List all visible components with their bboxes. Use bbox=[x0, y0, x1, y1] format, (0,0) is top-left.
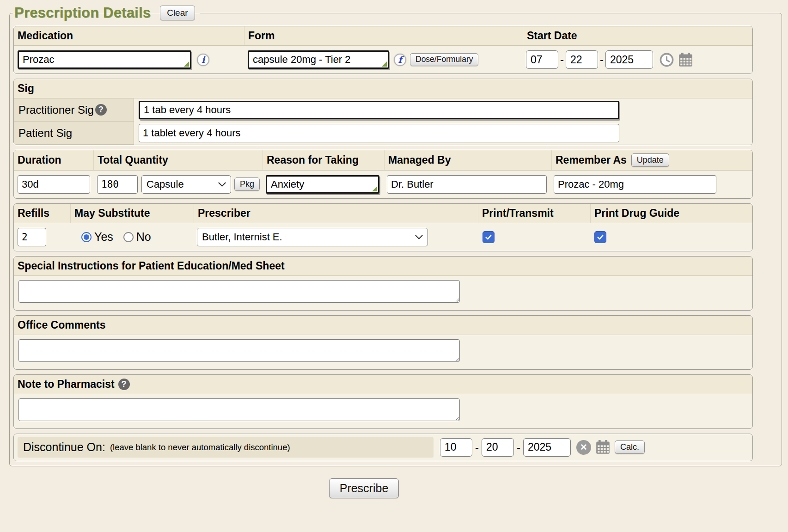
total-quantity-label: Total Quantity bbox=[94, 151, 263, 170]
discontinue-year-box bbox=[523, 438, 571, 457]
practitioner-sig-row: Practitioner Sig ? bbox=[14, 98, 752, 122]
formulary-icon[interactable]: f bbox=[394, 54, 406, 66]
prescriber-select[interactable]: Butler, Internist E. bbox=[197, 228, 428, 246]
duration-input-box bbox=[18, 175, 90, 194]
help-icon-glyph: ? bbox=[122, 379, 127, 389]
discontinue-label-band: Discontinue On: (leave blank to never au… bbox=[18, 437, 434, 458]
start-month-input[interactable] bbox=[526, 51, 558, 68]
medication-input[interactable] bbox=[19, 52, 190, 67]
refills-input[interactable] bbox=[18, 228, 46, 246]
form-input[interactable] bbox=[249, 52, 388, 67]
info-icon-glyph: i bbox=[202, 55, 205, 65]
discontinue-day-box bbox=[482, 438, 514, 457]
substitute-no-radio[interactable]: No bbox=[123, 230, 151, 244]
help-icon[interactable]: ? bbox=[95, 104, 107, 116]
update-button[interactable]: Update bbox=[631, 153, 669, 167]
calendar-icon[interactable] bbox=[596, 440, 610, 454]
remember-as-input[interactable] bbox=[554, 176, 716, 193]
patient-sig-label-cell: Patient Sig bbox=[14, 122, 134, 145]
note-to-pharmacist-label: Note to Pharmacist bbox=[18, 378, 115, 391]
start-date-label: Start Date bbox=[523, 26, 752, 45]
substitute-yes-radio[interactable]: Yes bbox=[81, 230, 113, 244]
practitioner-sig-input-box bbox=[139, 101, 619, 119]
medication-input-box bbox=[18, 50, 191, 69]
prescribe-row: Prescribe bbox=[0, 478, 728, 498]
duration-input[interactable] bbox=[18, 176, 90, 193]
medication-label: Medication bbox=[14, 26, 244, 45]
dose-formulary-button[interactable]: Dose/Formulary bbox=[410, 53, 478, 66]
clock-icon[interactable] bbox=[660, 53, 674, 67]
special-instructions-section: Special Instructions for Patient Educati… bbox=[13, 256, 753, 311]
quantity-unit-select[interactable]: Capsule bbox=[141, 175, 231, 194]
chevron-down-icon bbox=[218, 182, 226, 187]
help-icon[interactable]: ? bbox=[118, 379, 130, 390]
form-input-box bbox=[248, 50, 389, 69]
medication-section-header: Medication Form Start Date bbox=[14, 26, 752, 46]
substitute-yes-label: Yes bbox=[94, 230, 113, 244]
special-instructions-textarea[interactable] bbox=[18, 280, 460, 303]
managed-by-input[interactable] bbox=[387, 176, 546, 193]
calendar-icon[interactable] bbox=[678, 53, 693, 67]
office-comments-textarea[interactable] bbox=[18, 339, 460, 362]
date-separator: - bbox=[560, 53, 564, 66]
info-icon[interactable]: i bbox=[197, 54, 209, 66]
refills-section-body: Yes No Butler, Internist E. bbox=[14, 223, 752, 251]
start-year-box bbox=[605, 50, 653, 69]
practitioner-sig-label-cell: Practitioner Sig ? bbox=[14, 98, 134, 122]
check-icon bbox=[596, 233, 605, 241]
medication-section: Medication Form Start Date i f Dose/Form… bbox=[13, 26, 753, 74]
total-quantity-input[interactable] bbox=[98, 176, 137, 193]
discontinue-year-input[interactable] bbox=[524, 439, 570, 456]
prescribe-button[interactable]: Prescribe bbox=[329, 478, 399, 498]
discontinue-section: Discontinue On: (leave blank to never au… bbox=[13, 434, 753, 461]
start-day-input[interactable] bbox=[566, 51, 598, 68]
quantity-unit-value: Capsule bbox=[147, 178, 184, 190]
details-section-header: Duration Total Quantity Reason for Takin… bbox=[14, 150, 752, 171]
patient-sig-input-box bbox=[139, 124, 619, 142]
sig-section-header: Sig bbox=[14, 79, 752, 98]
managed-by-input-box bbox=[387, 175, 547, 194]
special-instructions-header: Special Instructions for Patient Educati… bbox=[14, 257, 752, 276]
practitioner-sig-input[interactable] bbox=[140, 102, 618, 118]
pkg-button[interactable]: Pkg bbox=[234, 177, 260, 191]
clear-button[interactable]: Clear bbox=[160, 6, 195, 20]
check-icon bbox=[484, 233, 493, 241]
medication-section-body: i f Dose/Formulary - - bbox=[14, 46, 752, 73]
patient-sig-input[interactable] bbox=[139, 124, 619, 142]
print-transmit-checkbox[interactable] bbox=[483, 231, 495, 243]
refills-section-header: Refills May Substitute Prescriber Print/… bbox=[14, 204, 752, 223]
discontinue-month-input[interactable] bbox=[440, 439, 472, 456]
print-drug-guide-label: Print Drug Guide bbox=[591, 204, 752, 223]
start-year-input[interactable] bbox=[606, 51, 653, 68]
legend: Prescription Details Clear bbox=[13, 5, 200, 21]
may-substitute-label: May Substitute bbox=[71, 204, 194, 223]
date-separator: - bbox=[475, 441, 479, 454]
note-to-pharmacist-section: Note to Pharmacist ? bbox=[13, 374, 753, 429]
sig-label: Sig bbox=[14, 79, 34, 98]
details-section: Duration Total Quantity Reason for Takin… bbox=[13, 150, 753, 199]
chevron-down-icon bbox=[415, 235, 423, 239]
calc-button[interactable]: Calc. bbox=[615, 440, 645, 454]
special-instructions-label: Special Instructions for Patient Educati… bbox=[14, 257, 285, 275]
radio-unchecked-icon bbox=[123, 232, 134, 242]
print-drug-guide-checkbox[interactable] bbox=[594, 231, 606, 243]
discontinue-row: Discontinue On: (leave blank to never au… bbox=[14, 434, 752, 461]
practitioner-sig-label: Practitioner Sig bbox=[18, 104, 94, 116]
discontinue-day-input[interactable] bbox=[482, 439, 513, 456]
office-comments-header: Office Comments bbox=[14, 316, 752, 335]
reason-input-box bbox=[266, 175, 379, 194]
duration-label: Duration bbox=[14, 151, 93, 170]
reason-input[interactable] bbox=[267, 177, 378, 192]
remember-as-label: Remember As bbox=[556, 154, 627, 166]
substitute-no-label: No bbox=[136, 230, 151, 244]
date-separator: - bbox=[600, 53, 604, 66]
office-comments-label: Office Comments bbox=[14, 316, 105, 335]
prescription-details-fieldset: Prescription Details Clear Medication Fo… bbox=[9, 5, 782, 466]
help-icon-glyph: ? bbox=[98, 105, 104, 115]
refills-section: Refills May Substitute Prescriber Print/… bbox=[13, 203, 753, 251]
note-to-pharmacist-textarea[interactable] bbox=[18, 398, 460, 421]
clear-date-icon[interactable]: ✕ bbox=[576, 440, 591, 455]
form-label: Form bbox=[244, 26, 523, 45]
remember-as-input-box bbox=[554, 175, 716, 194]
discontinue-month-box bbox=[440, 438, 472, 457]
